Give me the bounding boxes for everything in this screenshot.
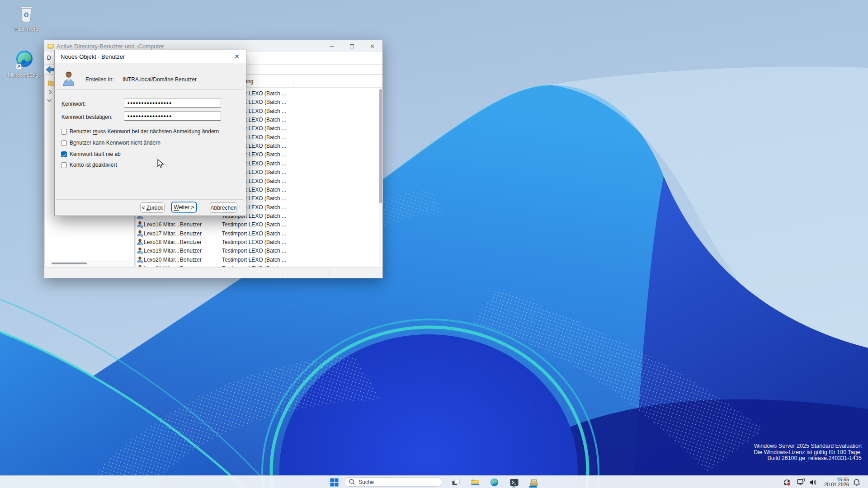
row-beschreibung: Testimport LEXO (Batch ... xyxy=(222,239,286,245)
column-separator[interactable] xyxy=(293,77,293,86)
checkbox-password-never-expires[interactable]: Kennwort läuft nie ab xyxy=(61,151,121,157)
row-typ: Benutzer xyxy=(180,257,202,263)
edge-taskbar-button[interactable] xyxy=(489,477,500,488)
statusbar-divider xyxy=(283,269,283,277)
checkbox-icon[interactable] xyxy=(61,129,67,135)
user-row-icon xyxy=(137,221,143,228)
network-tray-icon[interactable] xyxy=(796,477,806,487)
dialog-close-button[interactable]: ✕ xyxy=(230,50,244,63)
mouse-cursor xyxy=(157,159,165,168)
statusbar-divider xyxy=(329,269,330,277)
mmc-console-icon xyxy=(529,478,538,487)
taskbar: Suche xyxy=(0,475,868,488)
checkbox-icon[interactable] xyxy=(61,140,67,146)
password-label: Kennwort: xyxy=(61,101,86,107)
table-row[interactable]: Lexo20 Mitar...BenutzerTestimport LEXO (… xyxy=(136,256,379,264)
desktop-icon-edge[interactable]: Microsoft Edge xyxy=(4,50,45,78)
watermark-line2: Die Windows-Lizenz ist gültig für 180 Ta… xyxy=(754,450,862,456)
scrollbar-thumb[interactable] xyxy=(52,263,87,264)
search-icon xyxy=(349,479,355,485)
maximize-icon xyxy=(350,44,354,48)
user-icon xyxy=(62,70,75,87)
aduc-window-icon xyxy=(47,43,54,49)
active-indicator xyxy=(529,486,537,488)
confirm-password-input[interactable]: •••••••••••••••• xyxy=(124,111,221,121)
checkbox-icon[interactable] xyxy=(61,162,67,168)
taskbar-clock[interactable]: 15:55 20.01.2026 xyxy=(819,477,849,488)
row-beschreibung: Testimport LEXO (Batch ... xyxy=(222,248,286,254)
desktop-icon-papierkorb[interactable]: ♻ Papierkorb xyxy=(5,4,47,32)
row-name: Lexo19 Mitar... xyxy=(144,248,179,254)
update-tray-icon[interactable] xyxy=(782,477,792,487)
user-row-icon xyxy=(137,230,143,237)
divider xyxy=(56,199,244,200)
recycle-bin-icon: ♻ xyxy=(18,4,35,23)
table-row[interactable]: Lexo21 Mitar...BenutzerTestimport LEXO (… xyxy=(136,264,379,267)
list-vertical-scrollbar[interactable] xyxy=(379,88,382,266)
close-icon: ✕ xyxy=(370,43,375,49)
chevron-down-icon[interactable] xyxy=(47,99,52,103)
desktop-icon-label: Papierkorb xyxy=(5,26,47,32)
row-name: Lexo21 Mitar... xyxy=(144,265,179,267)
row-typ: Benutzer xyxy=(180,230,202,237)
desktop-icon-label: Microsoft Edge xyxy=(4,72,45,78)
maximize-button[interactable] xyxy=(342,40,362,52)
minimize-button[interactable] xyxy=(321,40,342,52)
table-row[interactable]: Lexo17 Mitar...BenutzerTestimport LEXO (… xyxy=(136,230,379,238)
window-title: Active Directory-Benutzer und -Computer xyxy=(57,43,164,50)
row-beschreibung: Testimport LEXO (Batch ... xyxy=(222,230,286,237)
row-name: Lexo18 Mitar... xyxy=(144,239,179,245)
user-row-icon xyxy=(137,239,143,246)
table-row[interactable]: Lexo18 Mitar...BenutzerTestimport LEXO (… xyxy=(136,238,379,247)
scrollbar-thumb[interactable] xyxy=(379,89,382,203)
chevron-right-icon[interactable] xyxy=(48,90,52,94)
clock-date: 20.01.2026 xyxy=(819,482,849,488)
file-explorer-icon xyxy=(471,478,480,486)
dialog-title: Neues Objekt - Benutzer xyxy=(61,53,125,60)
windows-logo-icon xyxy=(330,478,339,487)
volume-tray-icon[interactable] xyxy=(808,477,818,487)
start-button[interactable] xyxy=(329,477,340,488)
checkbox-icon[interactable] xyxy=(61,151,67,157)
table-row[interactable]: Lexo16 Mitar...BenutzerTestimport LEXO (… xyxy=(136,221,379,229)
cancel-button[interactable]: Abbrechen xyxy=(210,202,237,213)
checkbox-cannot-change-password[interactable]: Benutzer kann Kennwort nicht ändern xyxy=(61,140,160,146)
close-icon: ✕ xyxy=(234,53,240,60)
powershell-icon xyxy=(510,479,519,486)
menu-datei-partial[interactable]: D xyxy=(47,55,51,61)
checkbox-account-disabled[interactable]: Konto ist deaktiviert xyxy=(61,162,117,168)
task-view-icon xyxy=(452,478,460,487)
notification-bell[interactable] xyxy=(852,477,862,487)
watermark-line3: Build 26100.ge_release.240331-1435 xyxy=(754,455,862,462)
row-beschreibung: Testimport LEXO (Batch ... xyxy=(222,221,286,228)
taskbar-search[interactable]: Suche xyxy=(344,477,443,487)
row-typ: Benutzer xyxy=(180,239,202,245)
tree-horizontal-scrollbar[interactable] xyxy=(45,260,134,266)
user-row-icon xyxy=(137,247,143,254)
row-typ: Benutzer xyxy=(180,221,202,228)
confirm-password-label: Kennwort bestätigen: xyxy=(61,114,113,120)
user-row-icon xyxy=(137,256,143,263)
new-object-user-dialog: Neues Objekt - Benutzer ✕ Erstellen in: … xyxy=(54,50,246,216)
eval-watermark: Windows Server 2025 Standard Evaluation … xyxy=(754,443,862,462)
created-in-label: Erstellen in: xyxy=(85,76,114,83)
search-placeholder: Suche xyxy=(359,479,374,485)
dialog-titlebar[interactable]: Neues Objekt - Benutzer ✕ xyxy=(55,50,246,63)
password-input[interactable]: •••••••••••••••• xyxy=(124,98,221,108)
table-row[interactable]: Lexo19 Mitar...BenutzerTestimport LEXO (… xyxy=(136,247,379,255)
back-button[interactable]: < Zurück xyxy=(140,202,165,213)
running-indicator xyxy=(512,486,515,488)
edge-icon xyxy=(15,50,33,70)
checkbox-must-change-password[interactable]: Benutzer muss Kennwort bei der nächsten … xyxy=(61,128,219,135)
next-button[interactable]: Weiter > xyxy=(171,202,197,212)
row-typ: Benutzer xyxy=(180,248,202,254)
svg-text:♻: ♻ xyxy=(23,11,29,19)
user-row-icon xyxy=(137,265,143,267)
close-button[interactable]: ✕ xyxy=(362,40,382,52)
file-explorer-button[interactable] xyxy=(470,477,481,488)
task-view-button[interactable] xyxy=(450,477,461,488)
minimize-icon xyxy=(330,46,334,47)
watermark-line1: Windows Server 2025 Standard Evaluation xyxy=(754,443,862,450)
divider xyxy=(56,89,244,90)
row-name: Lexo16 Mitar... xyxy=(144,221,179,228)
